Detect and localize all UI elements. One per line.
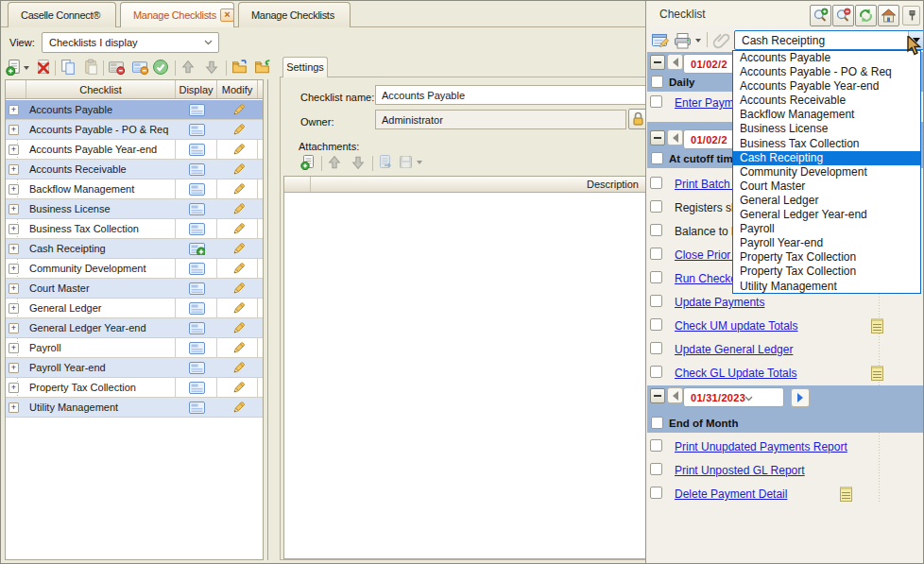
section-checkbox[interactable] (651, 76, 663, 88)
collapse-section-button[interactable] (650, 388, 665, 403)
checklist-item[interactable]: Enter Payme (675, 96, 740, 110)
modify-pencil-icon[interactable] (231, 162, 246, 177)
dropdown-item[interactable]: Payroll Year-end (733, 236, 920, 250)
expand-icon[interactable]: + (9, 224, 19, 234)
item-checkbox[interactable] (650, 248, 662, 260)
checklist-combobox[interactable]: Cash Receipting (734, 30, 924, 50)
item-checkbox[interactable] (650, 342, 662, 354)
pin-button[interactable] (902, 6, 920, 26)
display-icon[interactable] (189, 163, 205, 176)
checklist-item[interactable]: Update General Ledger (675, 343, 793, 356)
note-icon[interactable] (871, 366, 883, 381)
add-attachment-button[interactable] (300, 154, 317, 170)
tab-manage-checklists-2[interactable]: Manage Checklists (238, 2, 351, 27)
modify-pencil-icon[interactable] (231, 301, 246, 316)
display-icon[interactable] (189, 302, 205, 315)
dropdown-item[interactable]: Cash Receipting (733, 151, 920, 165)
expand-icon[interactable]: + (9, 145, 19, 155)
display-icon[interactable] (189, 322, 205, 334)
checklist-item[interactable]: Delete Payment Detail (675, 487, 787, 501)
zoom-out-button[interactable] (832, 5, 854, 26)
table-row[interactable]: + Business License (6, 199, 263, 219)
attachment-up-button[interactable] (326, 154, 342, 170)
edit-display-button[interactable] (131, 59, 148, 76)
table-row[interactable]: + Payroll (6, 338, 263, 358)
remove-display-button[interactable] (108, 59, 125, 76)
collapse-section-button[interactable] (650, 130, 665, 145)
view-dropdown[interactable]: Checklists I display (42, 32, 219, 53)
item-checkbox[interactable] (650, 95, 662, 108)
expand-icon[interactable]: + (9, 244, 19, 254)
column-header-description[interactable]: Description (311, 177, 651, 192)
modify-pencil-icon[interactable] (231, 401, 246, 415)
print-dropdown-caret[interactable] (695, 39, 701, 43)
item-checkbox[interactable] (650, 487, 662, 499)
display-icon[interactable] (189, 362, 205, 374)
checklist-item[interactable]: Check GL Update Totals (675, 367, 796, 380)
dropdown-item[interactable]: Business License (733, 122, 920, 136)
open-attachment-button[interactable] (377, 154, 393, 170)
expand-icon[interactable]: + (9, 283, 19, 294)
table-row[interactable]: + Property Tax Collection (6, 378, 263, 398)
dropdown-item[interactable]: Property Tax Collection (733, 250, 920, 265)
dropdown-item[interactable]: Backflow Management (733, 108, 920, 122)
modify-pencil-icon[interactable] (231, 103, 246, 117)
modify-pencil-icon[interactable] (231, 262, 246, 276)
next-date-button[interactable] (791, 388, 810, 407)
modify-pencil-icon[interactable] (231, 321, 246, 335)
owner-input[interactable]: Administrator (375, 110, 626, 129)
dropdown-item[interactable]: Utility Management (733, 280, 920, 294)
item-checkbox[interactable] (650, 318, 662, 331)
modify-pencil-icon[interactable] (231, 123, 246, 137)
display-icon[interactable] (189, 243, 205, 255)
approve-button[interactable] (152, 59, 169, 76)
panel-splitter[interactable] (267, 79, 268, 560)
expand-icon[interactable]: + (9, 363, 19, 373)
note-icon[interactable] (840, 487, 852, 502)
checklist-item[interactable]: Print Unupdated Payments Report (675, 440, 847, 453)
table-row[interactable]: + General Ledger (6, 299, 263, 318)
display-icon[interactable] (189, 104, 205, 116)
delete-checklist-button[interactable] (35, 59, 52, 76)
home-button[interactable] (878, 5, 899, 26)
import-checklist-button[interactable] (254, 59, 271, 76)
display-icon[interactable] (189, 223, 205, 235)
modify-pencil-icon[interactable] (231, 381, 246, 395)
expand-icon[interactable]: + (9, 184, 19, 195)
refresh-button[interactable] (855, 5, 877, 26)
expand-icon[interactable]: + (9, 323, 19, 333)
collapse-section-button[interactable] (650, 55, 665, 70)
table-row[interactable]: + Accounts Receivable (6, 160, 263, 179)
item-checkbox[interactable] (650, 224, 662, 236)
table-row[interactable]: + Cash Receipting (6, 239, 263, 259)
dropdown-item[interactable]: Accounts Receivable (733, 94, 920, 108)
table-row[interactable]: + Backflow Management (6, 179, 263, 199)
checklist-name-input[interactable]: Accounts Payable (375, 85, 649, 105)
table-row[interactable]: + Court Master (6, 279, 263, 299)
expand-icon[interactable]: + (9, 383, 19, 393)
section-checkbox[interactable] (651, 152, 663, 164)
display-icon[interactable] (189, 402, 205, 414)
modify-pencil-icon[interactable] (231, 182, 246, 197)
tab-settings[interactable]: Settings (282, 57, 328, 77)
table-row[interactable]: + Community Development (6, 259, 263, 279)
expand-icon[interactable]: + (9, 204, 19, 214)
table-row[interactable]: + Business Tax Collection (6, 219, 263, 239)
display-icon[interactable] (189, 144, 205, 156)
checklist-item[interactable]: Check UM update Totals (675, 319, 798, 333)
item-checkbox[interactable] (650, 295, 662, 307)
save-attachment-button[interactable] (398, 154, 414, 170)
dropdown-item[interactable]: Property Tax Collection (733, 265, 920, 279)
note-icon[interactable] (871, 318, 883, 333)
expand-icon[interactable]: + (9, 402, 19, 413)
table-row[interactable]: + Utility Management (6, 398, 263, 418)
dropdown-item[interactable]: Business Tax Collection (733, 137, 920, 151)
column-header-modify[interactable]: Modify (217, 80, 258, 98)
dropdown-item[interactable]: Community Development (733, 165, 920, 179)
dropdown-item[interactable]: General Ledger (733, 194, 920, 208)
display-icon[interactable] (189, 342, 205, 354)
dropdown-item[interactable]: Court Master (733, 179, 920, 194)
dropdown-item[interactable]: General Ledger Year-end (733, 208, 920, 222)
expand-icon[interactable]: + (9, 303, 19, 314)
item-checkbox[interactable] (650, 200, 662, 213)
